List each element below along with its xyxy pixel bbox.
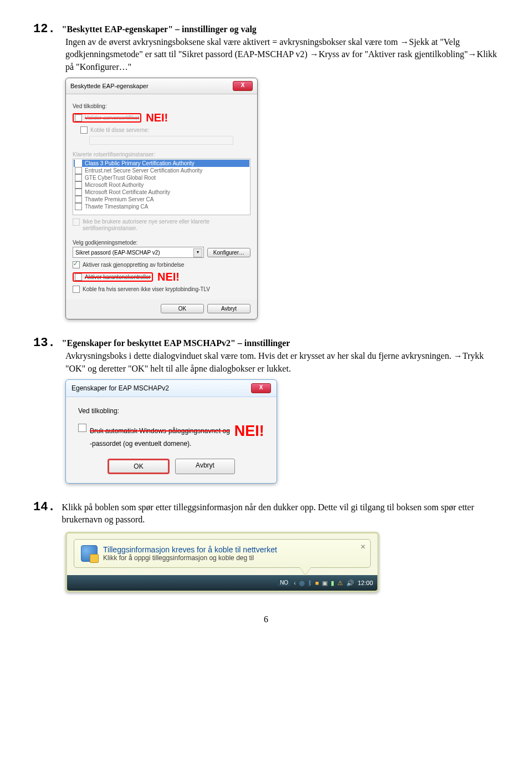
dont-prompt-label: Ikke be brukere autorisere nye servere e… [83,219,250,232]
nei-callout-3: NEI! [234,423,264,440]
nei-callout-2: NEI! [157,271,180,283]
validate-cert-label: Valider serversertifikat [85,115,139,121]
close-icon[interactable]: ✕ [360,543,366,551]
notification-area: ✕ Tilleggsinformasjon kreves for å koble… [65,532,379,592]
connect-servers-checkbox[interactable] [80,126,88,134]
step-14: 14. Klikk på boblen som spør etter tille… [33,500,499,592]
step-14-body: Klikk på boblen som spør etter tilleggsi… [62,501,499,526]
step-13-title: "Egenskaper for beskyttet EAP MSCHAPv2" … [62,338,290,348]
validate-cert-checkbox[interactable] [75,114,82,121]
battery-icon[interactable]: ▮ [331,579,334,587]
chevron-down-icon: ▾ [193,248,202,257]
cancel-button[interactable]: Avbryt [207,304,250,313]
list-item: Thawte Premium Server CA [74,196,249,203]
auth-method-dropdown[interactable]: Sikret passord (EAP-MSCHAP v2) ▾ [73,247,204,258]
taskbar: NO ‹ ◎ ᛒ ■ ▣ ▮ ⚠ 🔊 12:00 [67,575,377,591]
chevron-left-icon[interactable]: ‹ [294,579,296,587]
close-icon[interactable]: X [251,383,271,393]
bluetooth-icon[interactable]: ᛒ [308,579,312,587]
notification-balloon[interactable]: ✕ Tilleggsinformasjon kreves for å koble… [74,539,371,568]
dont-prompt-checkbox[interactable] [73,219,80,226]
balloon-title: Tilleggsinformasjon kreves for å koble t… [103,545,277,554]
list-item: Microsoft Root Certificate Authority [74,189,249,196]
step-number-14: 14. [33,500,55,514]
configure-button[interactable]: Konfigurer… [207,248,250,257]
list-item: Class 3 Public Primary Certification Aut… [74,160,249,167]
close-icon[interactable]: X [233,81,253,91]
dialog-eap-properties: Beskyttede EAP-egenskaper X Ved tilkobli… [65,78,258,319]
auto-windows-logon-checkbox[interactable] [78,424,86,432]
cryptobinding-label: Koble fra hvis serveren ikke viser krypt… [83,286,210,292]
list-item: Thawte Timestamping CA [74,203,249,210]
cryptobinding-checkbox[interactable] [73,286,80,293]
step-12-body: Ingen av de øverst avkrysningsboksene sk… [65,36,499,73]
nei-callout-1: NEI! [146,111,168,124]
list-item: GTE CyberTrust Global Root [74,174,249,181]
quarantine-checkbox[interactable] [75,273,82,281]
dialog2-title: Egenskaper for EAP MSCHAPv2 [71,384,169,392]
step-13: 13. "Egenskaper for beskyttet EAP MSCHAP… [33,336,499,484]
tray-icon[interactable]: ▣ [322,579,328,587]
balloon-tail [300,567,311,575]
step-number-12: 12. [33,22,55,36]
page-number: 6 [33,614,499,624]
balloon-subtitle: Klikk for å oppgi tilleggsinformasjon og… [103,554,277,562]
auto-logon-label-line1: Bruk automatisk Windows-påloggingsnavnet… [90,427,230,435]
step-12: 12. "Beskyttet EAP-egenskaper" – innstil… [33,22,499,319]
ok-button[interactable]: OK [108,459,170,474]
dialog-mschapv2-properties: Egenskaper for EAP MSCHAPv2 X Ved tilkob… [65,379,277,484]
clock[interactable]: 12:00 [357,580,373,586]
step-12-title: "Beskyttet EAP-egenskaper" – innstilling… [62,24,257,34]
quarantine-label: Aktiver karantenekontroller [85,274,151,280]
network-icon[interactable]: ◎ [299,579,305,587]
cancel-button[interactable]: Avbryt [175,459,235,474]
servers-input[interactable] [89,136,233,145]
wireless-icon[interactable]: ⚠ [337,579,343,587]
dialog2-titlebar: Egenskaper for EAP MSCHAPv2 X [66,380,277,397]
auto-logon-label-line2: -passordet (og eventuelt domene). [90,440,264,448]
shield-icon [81,545,98,562]
list-item: Entrust.net Secure Server Certification … [74,167,249,174]
auth-method-label: Velg godkjenningsmetode: [73,240,250,246]
ved-tilkobling-label: Ved tilkobling: [73,103,250,109]
trusted-root-listbox[interactable]: Class 3 Public Primary Certification Aut… [73,159,250,215]
step-13-body: Avkrysningsboks i dette dialogvinduet sk… [65,350,499,375]
language-indicator[interactable]: NO [278,579,290,586]
ved-tilkobling-label-2: Ved tilkobling: [78,407,264,415]
ok-button[interactable]: OK [161,304,204,313]
tray-icon[interactable]: ■ [315,579,319,587]
step-number-13: 13. [33,336,55,350]
trusted-root-label: Klarerte rotsertifiseringsinstanser: [73,151,250,158]
dialog1-title: Beskyttede EAP-egenskaper [70,83,149,89]
fast-reconnect-checkbox[interactable] [73,261,80,268]
connect-servers-label: Koble til disse serverne: [90,127,149,133]
list-item: Microsoft Root Authority [74,181,249,189]
dialog1-titlebar: Beskyttede EAP-egenskaper X [66,78,257,94]
volume-icon[interactable]: 🔊 [346,579,354,587]
fast-reconnect-label: Aktiver rask gjenoppretting av forbindel… [83,262,184,268]
